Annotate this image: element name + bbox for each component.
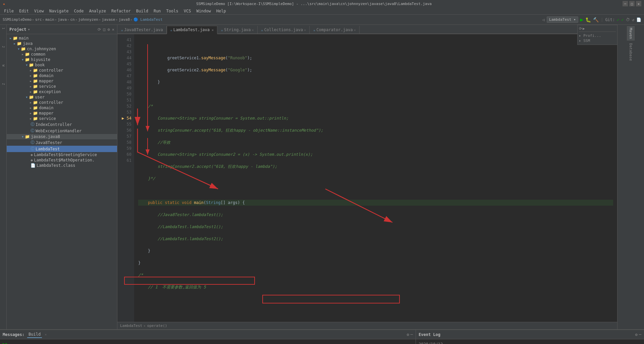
tree-item-book-mapper[interactable]: ▸ 📁 mapper bbox=[7, 78, 117, 84]
maximize-btn[interactable]: □ bbox=[629, 1, 635, 6]
bc-src[interactable]: src bbox=[35, 17, 42, 22]
tab-string[interactable]: ☕ String.java ✕ bbox=[217, 26, 258, 33]
tab-comparator[interactable]: ☕ Comparator.java ✕ bbox=[310, 26, 359, 33]
settings-icon[interactable]: ⚙ bbox=[108, 27, 110, 32]
structure-icon[interactable]: Z bbox=[1, 82, 6, 86]
menu-run[interactable]: Run bbox=[151, 8, 164, 14]
debug-btn[interactable]: 🐛 bbox=[585, 17, 591, 22]
tree-item-java8tester[interactable]: Ⓒ Java8Tester bbox=[7, 139, 117, 146]
messages-minimize[interactable]: ─ bbox=[411, 332, 413, 337]
tree-item-user-service[interactable]: ▸ 📁 service bbox=[7, 116, 117, 121]
run-config-dropdown[interactable]: LambdaTest ▾ bbox=[547, 16, 578, 23]
event-log-minimize[interactable]: ─ bbox=[639, 332, 641, 337]
build-run-btn[interactable]: ▶▶ bbox=[3, 341, 8, 344]
menu-view[interactable]: View bbox=[32, 8, 47, 14]
tab-build[interactable]: Build bbox=[27, 331, 42, 338]
toolbar-icon-back[interactable]: ◁ bbox=[542, 17, 545, 22]
tree-item-user-controller[interactable]: ▸ 📁 controller bbox=[7, 100, 117, 105]
build-btn[interactable]: 🔨 bbox=[593, 17, 599, 22]
tree-item-exception[interactable]: ▸ 📁 exception bbox=[7, 89, 117, 94]
menu-edit[interactable]: Edit bbox=[16, 8, 32, 14]
tab-lambdatest[interactable]: ☕ LambdaTest.java ✕ bbox=[167, 26, 217, 34]
bc-java[interactable]: java bbox=[58, 17, 67, 22]
code-content[interactable]: greetService1.sayMessage("Runoob"); gree… bbox=[134, 34, 617, 322]
maven-label[interactable]: Maven bbox=[627, 26, 635, 41]
menu-help[interactable]: Help bbox=[214, 8, 229, 14]
project-icon[interactable]: 1 bbox=[1, 26, 6, 30]
menu-analyze[interactable]: Analyze bbox=[86, 8, 109, 14]
database-label[interactable]: Database bbox=[627, 42, 634, 62]
tab-close-lambdatest[interactable]: ✕ bbox=[212, 28, 214, 32]
git-clock[interactable]: ⏱ bbox=[626, 17, 630, 22]
bc-project[interactable]: SSMSimpleDemo bbox=[3, 17, 32, 22]
maven-profi[interactable]: ▸ Profi... bbox=[579, 33, 616, 38]
bc-javase[interactable]: javase bbox=[102, 17, 115, 22]
tree-item-java[interactable]: ▸ 📁 java bbox=[7, 41, 117, 46]
tree-item-user-domain[interactable]: ▸ 📁 domain bbox=[7, 105, 117, 111]
close-build-tab[interactable]: ✕ bbox=[45, 333, 47, 336]
messages-settings[interactable]: ⚙ bbox=[407, 332, 409, 337]
tree-item-book-domain[interactable]: ▸ 📁 domain bbox=[7, 73, 117, 78]
git-undo[interactable]: ↺ bbox=[632, 17, 634, 22]
git-check1[interactable]: ✓ bbox=[617, 17, 619, 22]
tree-item-lambdatest-class[interactable]: 📄 LambdaTest.class bbox=[7, 163, 117, 168]
menu-window[interactable]: Window bbox=[194, 8, 213, 14]
bc-main[interactable]: main bbox=[45, 17, 54, 22]
git-check2[interactable]: ✓ bbox=[622, 17, 624, 22]
menu-tools[interactable]: Tools bbox=[164, 8, 181, 14]
tree-item-common[interactable]: ▸ 📁 common bbox=[7, 52, 117, 57]
tab-close-comparator[interactable]: ✕ bbox=[354, 28, 356, 32]
menu-refactor[interactable]: Refactor bbox=[109, 8, 133, 14]
minimize-btn[interactable]: ─ bbox=[623, 1, 628, 6]
tree-item-main[interactable]: ▸ 📁 main bbox=[7, 36, 117, 41]
titlebar: ✦ SSMSimpleDemo [I:\Workspace-I\SSMSimpl… bbox=[0, 0, 644, 7]
tree-item-lambdatest-mathoperation[interactable]: ◆ LambdaTest$MathOperation. bbox=[7, 157, 117, 163]
maven-run-icon[interactable]: ▶ bbox=[583, 26, 585, 31]
maven-sync-icon[interactable]: ⟳ bbox=[579, 26, 582, 31]
web-icon[interactable]: W bbox=[1, 63, 6, 68]
maven-ssm[interactable]: ▸ SSM bbox=[579, 38, 616, 43]
git-file[interactable]: 📄 bbox=[636, 17, 641, 22]
line-41: 41 bbox=[119, 37, 131, 43]
event-log-settings[interactable]: ⚙ bbox=[635, 332, 638, 337]
gutter: 41 42 43 44 45 46 47 48 49 50 51 52 53 ▶… bbox=[117, 34, 134, 322]
tree-item-book[interactable]: ▾ 📁 book bbox=[7, 62, 117, 68]
project-dropdown[interactable]: ▾ bbox=[28, 27, 30, 32]
menu-build[interactable]: Build bbox=[133, 8, 151, 14]
line-61: 61 bbox=[119, 157, 131, 163]
title-text: SSMSimpleDemo [I:\Workspace-I\SSMSimpleD… bbox=[5, 2, 623, 6]
breadcrumb-operate[interactable]: operate() bbox=[147, 324, 167, 328]
bc-johnnyzen[interactable]: johnnyzen bbox=[78, 17, 98, 22]
code-line-57: //LambdaTest.lambdaTest2(); bbox=[138, 236, 613, 242]
bc-java8[interactable]: java8 bbox=[119, 17, 130, 22]
close-panel-icon[interactable]: ✕ bbox=[112, 27, 114, 32]
breadcrumb-lambdatest[interactable]: LambdaTest bbox=[120, 324, 142, 328]
tree-item-user-mapper[interactable]: ▸ 📁 mapper bbox=[7, 111, 117, 116]
tree-item-hiyusite[interactable]: ▾ 📁 hiyusite bbox=[7, 57, 117, 62]
menu-navigate[interactable]: Navigate bbox=[47, 8, 71, 14]
tab-java8tester[interactable]: ☕ Java8Tester.java bbox=[117, 26, 167, 33]
close-btn[interactable]: ✕ bbox=[636, 1, 641, 6]
run-btn[interactable]: ▶ bbox=[580, 16, 584, 23]
tree-item-lambdatest[interactable]: Ⓒ LambdaTest bbox=[7, 146, 117, 152]
tree-item-book-service[interactable]: ▸ 📁 service bbox=[7, 84, 117, 89]
tree-item-user[interactable]: ▾ 📁 user bbox=[7, 94, 117, 100]
bc-lambdatest[interactable]: 🔵 LambdaTest bbox=[133, 17, 163, 22]
tree-item-javase-java8[interactable]: ▾ 📁 javase.java8 bbox=[7, 134, 117, 139]
menu-vcs[interactable]: VCS bbox=[181, 8, 194, 14]
tab-collections[interactable]: ☕ Collections.java ✕ bbox=[258, 26, 310, 33]
tree-item-lambdatest-greetingservice[interactable]: ◆ LambdaTest$GreetingService bbox=[7, 152, 117, 157]
collapse-icon[interactable]: ◫ bbox=[103, 27, 105, 32]
favorites-icon[interactable]: 2 bbox=[1, 45, 6, 49]
menu-code[interactable]: Code bbox=[71, 8, 87, 14]
tab-close-collections[interactable]: ✕ bbox=[304, 28, 306, 32]
tab-close-string[interactable]: ✕ bbox=[252, 28, 254, 32]
bc-cn[interactable]: cn bbox=[70, 17, 74, 22]
tree-item-webexceptionhandler[interactable]: Ⓒ WebExceptionHandler bbox=[7, 128, 117, 134]
menu-file[interactable]: File bbox=[1, 8, 16, 14]
code-editor[interactable]: 41 42 43 44 45 46 47 48 49 50 51 52 53 ▶… bbox=[117, 34, 617, 322]
tree-item-book-controller[interactable]: ▸ 📁 controller bbox=[7, 68, 117, 73]
sync-icon[interactable]: ⟳ bbox=[98, 27, 101, 32]
tree-item-cn-johnnyzen[interactable]: ▾ 📁 cn.johnnyzen bbox=[7, 46, 117, 52]
tree-item-indexcontroller[interactable]: Ⓒ IndexController bbox=[7, 121, 117, 128]
